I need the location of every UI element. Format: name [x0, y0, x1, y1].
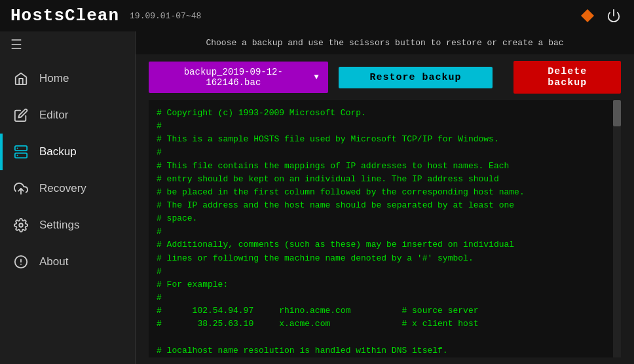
controls-row: backup_2019-09-12-162146.bac ▼ Restore b… — [136, 54, 634, 100]
info-icon — [13, 254, 29, 270]
home-icon — [13, 71, 29, 86]
backup-dropdown[interactable]: backup_2019-09-12-162146.bac ▼ — [149, 62, 328, 93]
gear-icon — [13, 217, 29, 233]
top-bar-message: Choose a backup and use the scissors but… — [136, 31, 634, 54]
diamond-icon[interactable] — [578, 6, 597, 26]
power-icon[interactable] — [604, 6, 624, 26]
sidebar-item-about[interactable]: About — [0, 244, 135, 280]
scrollbar-track[interactable] — [613, 100, 621, 357]
hamburger-icon[interactable]: ☰ — [0, 31, 135, 60]
svg-marker-0 — [581, 9, 594, 22]
sidebar-item-about-label: About — [39, 255, 68, 268]
header-icons — [578, 6, 624, 26]
server-icon — [13, 144, 29, 160]
sidebar-item-backup-label: Backup — [39, 145, 77, 158]
file-content-wrapper: # Copyright (c) 1993-2009 Microsoft Corp… — [149, 100, 621, 357]
sidebar-item-settings[interactable]: Settings — [0, 207, 135, 244]
sidebar-item-backup[interactable]: Backup — [0, 134, 135, 170]
sidebar-item-settings-label: Settings — [39, 219, 79, 232]
app-version: 19.09.01-07~48 — [130, 11, 578, 21]
sidebar: ☰ Home Editor — [0, 31, 136, 364]
app-title: HostsClean — [10, 6, 119, 26]
sidebar-item-home-label: Home — [39, 72, 69, 85]
delete-backup-button[interactable]: Delete backup — [513, 61, 621, 94]
restore-backup-button[interactable]: Restore backup — [339, 67, 493, 88]
chevron-down-icon: ▼ — [314, 73, 319, 82]
backup-filename: backup_2019-09-12-162146.bac — [158, 67, 309, 88]
content-area: Choose a backup and use the scissors but… — [136, 31, 634, 364]
file-content[interactable]: # Copyright (c) 1993-2009 Microsoft Corp… — [149, 100, 613, 357]
scrollbar-thumb[interactable] — [613, 100, 621, 126]
main-layout: ☰ Home Editor — [0, 31, 634, 364]
sidebar-item-recovery[interactable]: Recovery — [0, 170, 135, 207]
pencil-icon — [13, 107, 29, 123]
sidebar-item-editor[interactable]: Editor — [0, 97, 135, 134]
sidebar-item-home[interactable]: Home — [0, 60, 135, 97]
app-header: HostsClean 19.09.01-07~48 — [0, 0, 634, 31]
sidebar-item-recovery-label: Recovery — [39, 182, 86, 195]
cloud-upload-icon — [13, 181, 29, 196]
svg-point-7 — [19, 223, 23, 227]
sidebar-item-editor-label: Editor — [39, 109, 68, 122]
